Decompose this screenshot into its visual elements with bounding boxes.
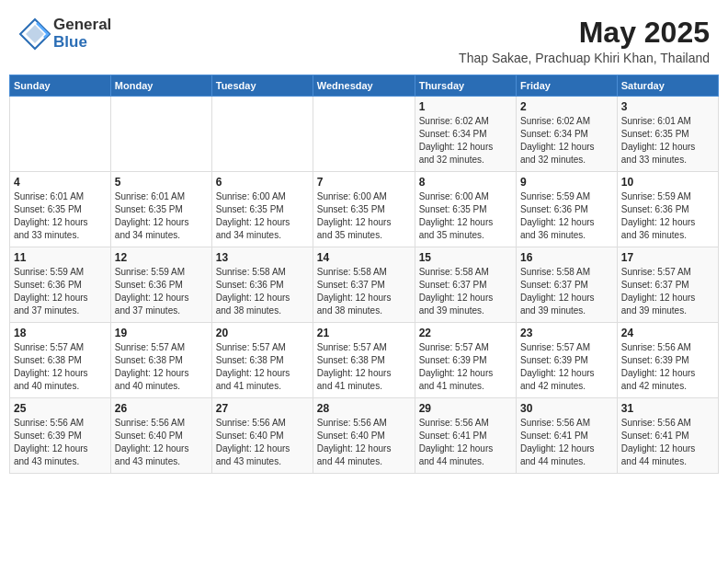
calendar-cell: 24Sunrise: 5:56 AM Sunset: 6:39 PM Dayli… (617, 323, 718, 398)
calendar-cell: 22Sunrise: 5:57 AM Sunset: 6:39 PM Dayli… (415, 323, 516, 398)
day-number: 8 (419, 176, 512, 189)
day-info: Sunrise: 5:56 AM Sunset: 6:40 PM Dayligh… (115, 417, 208, 468)
calendar-cell: 20Sunrise: 5:57 AM Sunset: 6:38 PM Dayli… (211, 323, 313, 398)
day-number: 26 (115, 402, 208, 415)
calendar-cell: 18Sunrise: 5:57 AM Sunset: 6:38 PM Dayli… (10, 323, 111, 398)
day-info: Sunrise: 5:57 AM Sunset: 6:38 PM Dayligh… (216, 341, 309, 393)
calendar-cell (10, 97, 111, 172)
day-info: Sunrise: 5:58 AM Sunset: 6:37 PM Dayligh… (419, 266, 512, 317)
day-number: 5 (115, 176, 208, 189)
calendar-cell: 28Sunrise: 5:56 AM Sunset: 6:40 PM Dayli… (313, 398, 415, 474)
calendar-cell: 1Sunrise: 6:02 AM Sunset: 6:34 PM Daylig… (415, 97, 516, 172)
calendar-cell (110, 97, 211, 172)
day-info: Sunrise: 5:57 AM Sunset: 6:38 PM Dayligh… (14, 341, 107, 393)
calendar-cell: 23Sunrise: 5:57 AM Sunset: 6:39 PM Dayli… (516, 323, 617, 398)
day-number: 22 (419, 327, 512, 339)
day-number: 4 (14, 176, 107, 189)
weekday-header: Tuesday (211, 75, 313, 97)
day-number: 31 (621, 402, 714, 415)
calendar-cell: 8Sunrise: 6:00 AM Sunset: 6:35 PM Daylig… (415, 172, 516, 247)
logo-icon (18, 17, 51, 51)
calendar-cell: 29Sunrise: 5:56 AM Sunset: 6:41 PM Dayli… (415, 398, 516, 474)
day-info: Sunrise: 6:00 AM Sunset: 6:35 PM Dayligh… (317, 190, 411, 242)
day-info: Sunrise: 5:58 AM Sunset: 6:37 PM Dayligh… (520, 266, 613, 317)
calendar-week-row: 4Sunrise: 6:01 AM Sunset: 6:35 PM Daylig… (10, 172, 719, 247)
day-number: 19 (115, 327, 208, 339)
day-number: 15 (419, 251, 512, 264)
logo: General Blue (18, 17, 111, 51)
day-number: 3 (621, 100, 714, 113)
calendar-cell: 7Sunrise: 6:00 AM Sunset: 6:35 PM Daylig… (313, 172, 415, 247)
calendar-cell: 31Sunrise: 5:56 AM Sunset: 6:41 PM Dayli… (617, 398, 718, 474)
day-info: Sunrise: 5:58 AM Sunset: 6:36 PM Dayligh… (216, 266, 309, 317)
day-number: 28 (317, 402, 411, 415)
calendar-cell: 25Sunrise: 5:56 AM Sunset: 6:39 PM Dayli… (10, 398, 111, 474)
calendar-week-row: 25Sunrise: 5:56 AM Sunset: 6:39 PM Dayli… (10, 398, 719, 474)
day-info: Sunrise: 5:57 AM Sunset: 6:39 PM Dayligh… (419, 341, 512, 393)
calendar-cell: 9Sunrise: 5:59 AM Sunset: 6:36 PM Daylig… (516, 172, 617, 247)
day-info: Sunrise: 6:02 AM Sunset: 6:34 PM Dayligh… (520, 115, 613, 167)
weekday-header: Saturday (617, 75, 718, 97)
calendar-cell: 4Sunrise: 6:01 AM Sunset: 6:35 PM Daylig… (10, 172, 111, 247)
day-info: Sunrise: 5:59 AM Sunset: 6:36 PM Dayligh… (14, 266, 107, 317)
day-info: Sunrise: 5:56 AM Sunset: 6:41 PM Dayligh… (621, 417, 714, 468)
day-number: 30 (520, 402, 613, 415)
day-info: Sunrise: 6:00 AM Sunset: 6:35 PM Dayligh… (216, 190, 309, 242)
title-block: May 2025 Thap Sakae, Prachuap Khiri Khan… (459, 17, 710, 65)
calendar-cell: 19Sunrise: 5:57 AM Sunset: 6:38 PM Dayli… (110, 323, 211, 398)
weekday-header: Wednesday (313, 75, 415, 97)
day-number: 21 (317, 327, 411, 339)
day-info: Sunrise: 6:01 AM Sunset: 6:35 PM Dayligh… (621, 115, 714, 167)
calendar-cell: 13Sunrise: 5:58 AM Sunset: 6:36 PM Dayli… (211, 247, 313, 323)
day-number: 18 (14, 327, 107, 339)
day-info: Sunrise: 5:56 AM Sunset: 6:41 PM Dayligh… (520, 417, 613, 468)
calendar-cell: 21Sunrise: 5:57 AM Sunset: 6:38 PM Dayli… (313, 323, 415, 398)
day-info: Sunrise: 5:59 AM Sunset: 6:36 PM Dayligh… (115, 266, 208, 317)
day-info: Sunrise: 5:57 AM Sunset: 6:37 PM Dayligh… (621, 266, 714, 317)
calendar-cell (313, 97, 415, 172)
day-number: 16 (520, 251, 613, 264)
weekday-header: Thursday (415, 75, 516, 97)
logo-blue-label: Blue (53, 34, 111, 52)
day-info: Sunrise: 5:57 AM Sunset: 6:39 PM Dayligh… (520, 341, 613, 393)
calendar-cell: 15Sunrise: 5:58 AM Sunset: 6:37 PM Dayli… (415, 247, 516, 323)
day-info: Sunrise: 5:59 AM Sunset: 6:36 PM Dayligh… (520, 190, 613, 242)
calendar-cell: 12Sunrise: 5:59 AM Sunset: 6:36 PM Dayli… (110, 247, 211, 323)
calendar-cell: 11Sunrise: 5:59 AM Sunset: 6:36 PM Dayli… (10, 247, 111, 323)
calendar-cell: 6Sunrise: 6:00 AM Sunset: 6:35 PM Daylig… (211, 172, 313, 247)
day-number: 27 (216, 402, 309, 415)
calendar-cell: 3Sunrise: 6:01 AM Sunset: 6:35 PM Daylig… (617, 97, 718, 172)
day-number: 23 (520, 327, 613, 339)
day-info: Sunrise: 5:59 AM Sunset: 6:36 PM Dayligh… (621, 190, 714, 242)
day-number: 29 (419, 402, 512, 415)
day-number: 11 (14, 251, 107, 264)
calendar-cell: 26Sunrise: 5:56 AM Sunset: 6:40 PM Dayli… (110, 398, 211, 474)
day-info: Sunrise: 6:00 AM Sunset: 6:35 PM Dayligh… (419, 190, 512, 242)
day-number: 7 (317, 176, 411, 189)
weekday-header: Sunday (10, 75, 111, 97)
day-number: 14 (317, 251, 411, 264)
day-number: 9 (520, 176, 613, 189)
day-info: Sunrise: 5:56 AM Sunset: 6:39 PM Dayligh… (14, 417, 107, 468)
calendar-table: SundayMondayTuesdayWednesdayThursdayFrid… (9, 75, 719, 474)
calendar-cell: 2Sunrise: 6:02 AM Sunset: 6:34 PM Daylig… (516, 97, 617, 172)
calendar-week-row: 1Sunrise: 6:02 AM Sunset: 6:34 PM Daylig… (10, 97, 719, 172)
day-info: Sunrise: 5:57 AM Sunset: 6:38 PM Dayligh… (115, 341, 208, 393)
weekday-header: Friday (516, 75, 617, 97)
day-number: 1 (419, 100, 512, 113)
day-info: Sunrise: 5:57 AM Sunset: 6:38 PM Dayligh… (317, 341, 411, 393)
day-info: Sunrise: 5:56 AM Sunset: 6:40 PM Dayligh… (317, 417, 411, 468)
location-title: Thap Sakae, Prachuap Khiri Khan, Thailan… (459, 51, 710, 65)
day-number: 20 (216, 327, 309, 339)
page-header: General Blue May 2025 Thap Sakae, Prachu… (9, 9, 719, 69)
day-info: Sunrise: 5:56 AM Sunset: 6:39 PM Dayligh… (621, 341, 714, 393)
calendar-week-row: 11Sunrise: 5:59 AM Sunset: 6:36 PM Dayli… (10, 247, 719, 323)
day-number: 12 (115, 251, 208, 264)
month-title: May 2025 (459, 17, 710, 49)
calendar-cell: 5Sunrise: 6:01 AM Sunset: 6:35 PM Daylig… (110, 172, 211, 247)
calendar-week-row: 18Sunrise: 5:57 AM Sunset: 6:38 PM Dayli… (10, 323, 719, 398)
day-info: Sunrise: 5:56 AM Sunset: 6:41 PM Dayligh… (419, 417, 512, 468)
calendar-cell: 16Sunrise: 5:58 AM Sunset: 6:37 PM Dayli… (516, 247, 617, 323)
day-number: 2 (520, 100, 613, 113)
weekday-header: Monday (110, 75, 211, 97)
